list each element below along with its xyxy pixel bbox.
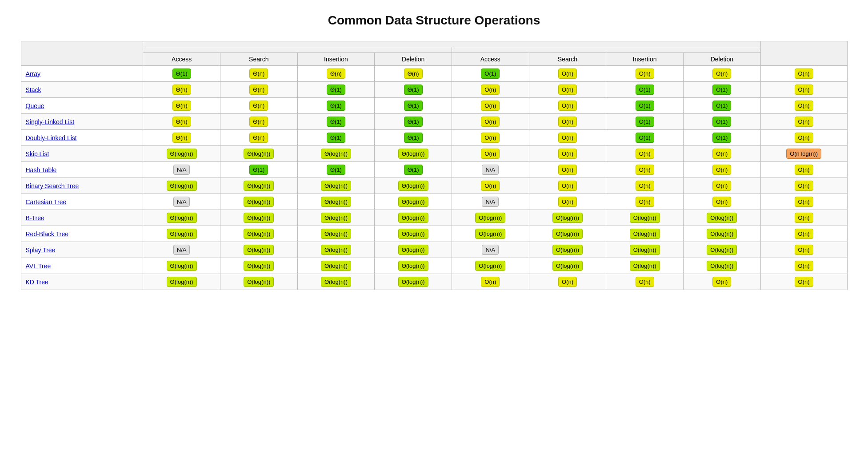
complexity-badge: O(n) [558,85,577,95]
worst-cell: O(log(n)) [606,242,684,258]
worst-cell: O(log(n)) [683,242,760,258]
ds-name-cell[interactable]: Doubly-Linked List [21,130,143,146]
space-cell: O(n) [760,258,847,274]
ds-name-cell[interactable]: Red-Black Tree [21,226,143,242]
complexity-badge: O(n) [636,181,654,191]
worst-cell: O(1) [683,82,760,98]
complexity-badge: O(log(n)) [475,229,505,239]
space-cell: O(n) [760,82,847,98]
ds-link[interactable]: Hash Table [26,166,57,174]
ds-link[interactable]: KD Tree [26,278,48,286]
worst-cell: O(log(n)) [452,210,529,226]
complexity-badge: O(1) [636,117,654,127]
worst-cell: O(n) [606,66,684,82]
complexity-badge: O(log(n)) [707,229,737,239]
ds-name-cell[interactable]: AVL Tree [21,258,143,274]
space-badge: O(n) [795,133,813,143]
table-row: QueueΘ(n)Θ(n)Θ(1)Θ(1)O(n)O(n)O(1)O(1)O(n… [21,98,847,114]
ds-link[interactable]: Doubly-Linked List [26,134,77,141]
complexity-badge: O(n) [558,101,577,111]
complexity-badge: O(n) [636,197,654,207]
ds-link[interactable]: Splay Tree [26,246,56,254]
avg-cell: Θ(n) [220,82,297,98]
complexity-badge: O(log(n)) [707,245,737,255]
worst-cell: O(1) [683,130,760,146]
complexity-badge: Θ(log(n)) [398,277,428,287]
avg-cell: Θ(log(n)) [220,178,297,194]
space-cell: O(n) [760,98,847,114]
space-badge: O(n) [795,261,813,271]
table-row: Binary Search TreeΘ(log(n))Θ(log(n))Θ(lo… [21,178,847,194]
col-average [143,47,452,53]
worst-cell: O(n) [529,146,606,162]
ds-name-cell[interactable]: Cartesian Tree [21,194,143,210]
worst-cell: O(n) [452,114,529,130]
avg-cell: Θ(log(n)) [375,274,452,290]
worst-cell: N/A [452,162,529,178]
worst-cell: O(n) [529,114,606,130]
avg-cell: Θ(log(n)) [375,146,452,162]
ds-link[interactable]: Array [26,70,40,77]
space-cell: O(n) [760,114,847,130]
table-row: Red-Black TreeΘ(log(n))Θ(log(n))Θ(log(n)… [21,226,847,242]
complexity-badge: Θ(log(n)) [244,197,274,207]
ds-link[interactable]: Singly-Linked List [26,118,75,125]
ds-link[interactable]: Queue [26,102,44,109]
complexity-badge: N/A [482,245,499,255]
complexity-badge: Θ(n) [249,117,268,127]
ds-name-cell[interactable]: Binary Search Tree [21,178,143,194]
ds-name-cell[interactable]: Singly-Linked List [21,114,143,130]
ds-link[interactable]: B-Tree [26,214,44,222]
complexity-badge: O(log(n)) [630,229,660,239]
complexity-badge: O(n) [558,149,577,159]
ds-link[interactable]: Cartesian Tree [26,198,67,206]
worst-cell: O(n) [683,274,760,290]
complexity-badge: O(log(n)) [630,245,660,255]
avg-cell: Θ(log(n)) [220,258,297,274]
ds-link[interactable]: AVL Tree [26,262,51,270]
worst-cell: O(n) [529,130,606,146]
avg-cell: Θ(1) [375,98,452,114]
complexity-badge: O(n) [481,181,500,191]
complexity-badge: Θ(log(n)) [321,277,351,287]
worst-cell: O(1) [683,114,760,130]
ds-link[interactable]: Red-Black Tree [26,230,68,238]
complexity-badge: O(1) [481,69,500,79]
complexity-badge: Θ(log(n)) [321,229,351,239]
space-cell: O(n) [760,210,847,226]
complexity-badge: Θ(n) [172,101,191,111]
ds-name-cell[interactable]: B-Tree [21,210,143,226]
table-row: AVL TreeΘ(log(n))Θ(log(n))Θ(log(n))Θ(log… [21,258,847,274]
ds-link[interactable]: Binary Search Tree [26,182,79,190]
complexity-badge: Θ(n) [404,69,423,79]
ds-name-cell[interactable]: Array [21,66,143,82]
ds-link[interactable]: Stack [26,86,41,93]
ds-link[interactable]: Skip List [26,150,49,157]
complexity-badge: O(1) [636,85,654,95]
worst-cell: O(n) [452,82,529,98]
ds-name-cell[interactable]: Splay Tree [21,242,143,258]
table-row: B-TreeΘ(log(n))Θ(log(n))Θ(log(n))Θ(log(n… [21,210,847,226]
worst-cell: O(n) [529,66,606,82]
ds-name-cell[interactable]: Hash Table [21,162,143,178]
avg-cell: Θ(log(n)) [143,210,220,226]
space-badge: O(n) [795,85,813,95]
complexity-badge: O(log(n)) [475,213,505,223]
complexity-badge: Θ(log(n)) [244,261,274,271]
ds-name-cell[interactable]: Queue [21,98,143,114]
avg-cell: Θ(1) [375,114,452,130]
avg-cell: Θ(log(n)) [220,146,297,162]
space-badge: O(n) [795,165,813,175]
space-badge: O(n) [795,101,813,111]
complexity-badge: Θ(1) [327,117,345,127]
ds-name-cell[interactable]: Stack [21,82,143,98]
ds-name-cell[interactable]: Skip List [21,146,143,162]
avg-cell: Θ(log(n)) [297,194,375,210]
complexity-badge: O(log(n)) [552,261,583,271]
complexity-badge: O(1) [636,133,654,143]
complexity-badge: O(1) [712,117,731,127]
avg-cell: Θ(1) [297,82,375,98]
complexity-badge: O(1) [712,133,731,143]
ds-name-cell[interactable]: KD Tree [21,274,143,290]
complexity-badge: Θ(log(n)) [244,213,274,223]
